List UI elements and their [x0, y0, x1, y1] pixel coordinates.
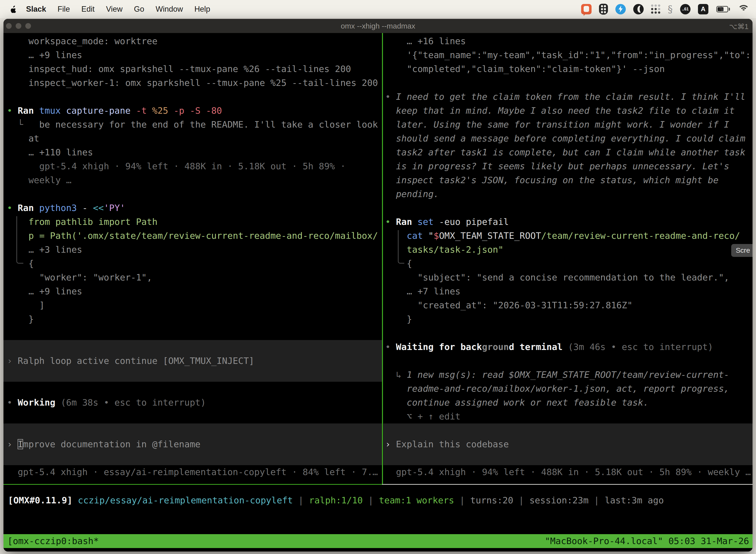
- text-segment: … +110 lines: [28, 147, 93, 157]
- text-segment: ›: [7, 356, 18, 366]
- text-segment: $: [434, 231, 439, 241]
- a-square-icon[interactable]: A: [698, 4, 708, 14]
- squiggle-icon[interactable]: §: [668, 3, 673, 15]
- text-segment: <<: [93, 203, 104, 213]
- text-segment: •: [7, 397, 18, 407]
- menu-bar-left: Slack File Edit View Go Window Help: [0, 5, 216, 14]
- text-segment: continue assigned work or next feasible …: [407, 397, 649, 407]
- zoom-button[interactable]: [25, 23, 31, 29]
- text-segment: -: [82, 203, 93, 213]
- chat-app-icon[interactable]: [581, 4, 591, 14]
- text-segment: "created_at": "2026-03-31T11:59:27.816Z": [418, 300, 632, 310]
- terminal-line: • I need to get the claim token from the…: [383, 90, 753, 104]
- chat-tail-shape: [584, 13, 586, 16]
- terminal-line: … +9 lines: [3, 48, 382, 62]
- terminal-line: … +9 lines: [3, 284, 382, 298]
- text-segment: -p -S -80: [174, 106, 222, 116]
- terminal-line: p = Path('.omx/state/team/review-current…: [3, 229, 382, 243]
- blue-bolt-icon[interactable]: [615, 4, 626, 14]
- text-segment: … +16 lines: [407, 36, 466, 46]
- menu-item-go[interactable]: Go: [128, 5, 150, 14]
- text-segment: ⌥ + ↑ edit: [407, 411, 460, 422]
- menu-app-name[interactable]: Slack: [20, 5, 52, 14]
- dot: [658, 4, 660, 7]
- text-segment: gpt-5.4 xhigh · 94% left · 488K in · 5.1…: [39, 161, 345, 171]
- text-segment: "worker": "worker-1",: [39, 272, 152, 282]
- battery-bolt-icon: ϟ: [720, 5, 723, 13]
- text-segment: 1 new msg(s): read $OMX_TEAM_STATE_ROOT/…: [407, 370, 729, 380]
- terminal-line: workspace_mode: worktree: [3, 34, 382, 48]
- text-segment: (3m 46s • esc to interrupt): [563, 342, 713, 352]
- wifi-icon[interactable]: [738, 5, 750, 13]
- dot: [651, 11, 653, 14]
- dot: [654, 4, 657, 7]
- terminal-line: [3, 326, 382, 340]
- terminal-line: [3, 340, 382, 354]
- menu-item-file[interactable]: File: [52, 5, 76, 14]
- text-segment: "completed","claim_token":"claim-token"}…: [407, 64, 665, 74]
- close-button[interactable]: [6, 23, 12, 29]
- pane-divider[interactable]: [382, 33, 383, 485]
- text-segment: -t: [136, 106, 152, 116]
- text-segment: cczip/essay/ai-reimplementation-copyleft: [78, 495, 293, 505]
- shield-grid-icon[interactable]: [599, 4, 608, 15]
- terminal-line: pending.: [383, 187, 753, 201]
- terminal-line: ↳ 1 new msg(s): read $OMX_TEAM_STATE_ROO…: [383, 368, 753, 382]
- text-segment: task2 after task1 is complete, but can I…: [396, 147, 745, 157]
- tmux-pane-left[interactable]: workspace_mode: worktree… +9 linesinspec…: [3, 34, 382, 552]
- omx-status-line: [OMX#0.11.9] cczip/essay/ai-reimplementa…: [3, 493, 753, 507]
- window-titlebar[interactable]: omx --xhigh --madmax ⌥⌘1: [3, 19, 753, 33]
- terminal-line: [3, 382, 382, 396]
- text-segment: •: [385, 92, 396, 102]
- text-segment: {: [28, 258, 34, 269]
- text-segment: •: [7, 203, 18, 213]
- text-segment: python3: [39, 203, 82, 213]
- terminal-line: continue assigned work or next feasible …: [383, 396, 753, 409]
- text-segment: pending.: [396, 189, 439, 199]
- dot: [654, 11, 657, 14]
- dot: [604, 11, 606, 13]
- terminal-line: "subject": "send a concise recommendatio…: [383, 271, 753, 284]
- dots-grid-icon[interactable]: [651, 4, 660, 14]
- tmux-pane-right[interactable]: … +16 lines'{"team_name":"my-team","task…: [383, 34, 753, 552]
- battery-icon[interactable]: ϟ: [716, 6, 730, 13]
- text-segment: weekly …: [28, 175, 71, 185]
- terminal-line: [3, 424, 382, 437]
- window-controls: [6, 23, 31, 29]
- text-segment: keep that in mind. Maybe I also need the…: [396, 106, 735, 116]
- terminal-line: • Ran python3 - <<'PY': [3, 201, 382, 215]
- terminal-line: gpt-5.4 xhigh · 94% left · 488K in · 5.1…: [383, 465, 753, 479]
- crescent-dark: [640, 5, 644, 13]
- terminal-line: ⌥ + ↑ edit: [383, 409, 753, 424]
- text-segment: turns:20: [470, 495, 513, 505]
- text-segment: last:3m ago: [605, 495, 664, 505]
- text-segment: [OMX#0.11.9]: [8, 495, 72, 505]
- terminal-line: readme-and-reco/mailbox/worker-1.json, a…: [383, 382, 753, 396]
- terminal-line: [383, 354, 753, 368]
- text-segment: Waiting for back: [396, 342, 482, 352]
- crescent-icon[interactable]: [633, 4, 644, 14]
- text-segment: •: [385, 217, 396, 227]
- apple-icon[interactable]: [10, 5, 17, 13]
- menu-bar-status-icons: § ..61 A ϟ: [581, 3, 756, 15]
- terminal-line: • Ran tmux capture-pane -t %25 -p -S -80: [3, 104, 382, 118]
- tmux-session-label[interactable]: [omx-cczip0:bash*: [3, 534, 99, 548]
- text-segment: Ralph loop active continue [OMX_TMUX_INJ…: [18, 356, 254, 366]
- minimize-button[interactable]: [16, 23, 21, 29]
- text-segment: groun: [482, 342, 509, 352]
- text-segment: /team/review-current-readme-and-reco/: [541, 231, 740, 241]
- menu-item-help[interactable]: Help: [189, 5, 216, 14]
- pane-border-bottom-right: [382, 484, 753, 485]
- text-segment: readme-and-reco/mailbox/worker-1.json, a…: [407, 384, 729, 394]
- terminal-line: at: [3, 131, 382, 146]
- text-segment: ›: [385, 439, 396, 449]
- dot: [658, 11, 660, 14]
- menu-item-view[interactable]: View: [100, 5, 128, 14]
- badge-61-icon[interactable]: ..61: [680, 4, 691, 14]
- text-segment: ralph:1/10: [309, 495, 363, 505]
- menu-item-window[interactable]: Window: [150, 5, 189, 14]
- menu-item-edit[interactable]: Edit: [76, 5, 100, 14]
- text-segment: |: [363, 495, 379, 505]
- terminal-line: [3, 409, 382, 424]
- terminal-line: [383, 76, 753, 90]
